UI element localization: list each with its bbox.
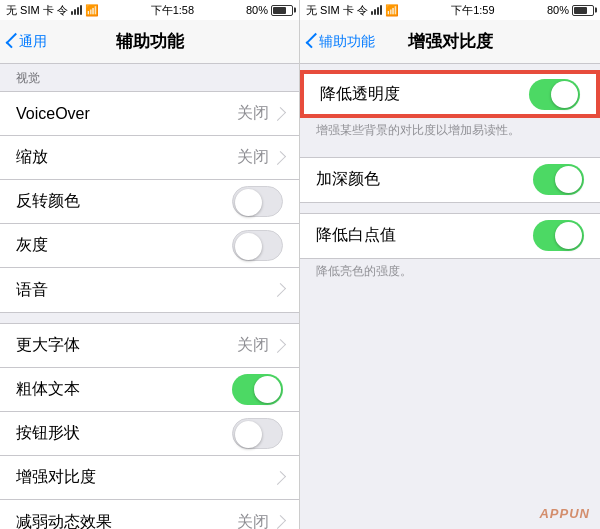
wifi-icon-right: 📶 [385, 4, 399, 17]
time-left: 下午1:58 [151, 3, 194, 18]
status-left-right: 无 SIM 卡 令 📶 [306, 3, 399, 18]
row-label-darken-colors: 加深颜色 [316, 169, 533, 190]
table-row-reduce-transparency[interactable]: 降低透明度 [302, 72, 598, 116]
row-label-button-shapes: 按钮形状 [16, 423, 232, 444]
toggle-bold-text[interactable] [232, 374, 283, 405]
status-right-left: 80% [246, 4, 293, 16]
back-button-right[interactable]: 辅助功能 [308, 33, 375, 51]
section-vision-header: 视觉 [0, 64, 299, 91]
chevron-icon-reduce-motion [272, 515, 286, 529]
row-label-voiceover: VoiceOver [16, 105, 237, 123]
back-button-left[interactable]: 通用 [8, 33, 47, 51]
status-right-right: 80% [547, 4, 594, 16]
status-left: 无 SIM 卡 令 📶 [6, 3, 99, 18]
table-row[interactable]: 粗体文本 [0, 368, 299, 412]
time-right: 下午1:59 [451, 3, 494, 18]
panels-wrapper: 无 SIM 卡 令 📶 下午1:58 80% 通用 [0, 0, 600, 529]
battery-pct-left: 80% [246, 4, 268, 16]
right-content: 降低透明度 增强某些背景的对比度以增加易读性。 加深颜色 降低白点值 [300, 64, 600, 529]
table-row[interactable]: 缩放 关闭 [0, 136, 299, 180]
reduce-white-point-group: 降低白点值 [300, 213, 600, 259]
toggle-button-shapes[interactable] [232, 418, 283, 449]
spacer1 [0, 313, 299, 323]
left-content: 视觉 VoiceOver 关闭 缩放 关闭 反转颜色 灰度 [0, 64, 299, 529]
carrier-right: 无 SIM 卡 令 [306, 3, 368, 18]
row-label-invert: 反转颜色 [16, 191, 232, 212]
nav-bar-right: 辅助功能 增强对比度 [300, 20, 600, 64]
row-value-reduce-motion: 关闭 [237, 512, 269, 530]
row-label-reduce-motion: 减弱动态效果 [16, 512, 237, 530]
toggle-grayscale[interactable] [232, 230, 283, 261]
nav-bar-left: 通用 辅助功能 [0, 20, 299, 64]
row-value-zoom: 关闭 [237, 147, 269, 168]
reduce-transparency-group: 降低透明度 [300, 70, 600, 118]
signal-bars-right [371, 5, 382, 15]
back-label-left: 通用 [19, 33, 47, 51]
battery-icon-right [572, 5, 594, 16]
table-row[interactable]: 按钮形状 [0, 412, 299, 456]
toggle-darken-colors[interactable] [533, 164, 584, 195]
row-label-speech: 语音 [16, 280, 275, 301]
darken-colors-group: 加深颜色 [300, 157, 600, 203]
chevron-icon-larger-text [272, 338, 286, 352]
status-bar-right: 无 SIM 卡 令 📶 下午1:59 80% [300, 0, 600, 20]
table-row[interactable]: 灰度 [0, 224, 299, 268]
vision-group: VoiceOver 关闭 缩放 关闭 反转颜色 灰度 [0, 91, 299, 313]
battery-pct-right: 80% [547, 4, 569, 16]
table-row[interactable]: 减弱动态效果 关闭 [0, 500, 299, 529]
nav-title-right: 增强对比度 [408, 30, 493, 53]
toggle-invert[interactable] [232, 186, 283, 217]
table-row[interactable]: 反转颜色 [0, 180, 299, 224]
status-bar-left: 无 SIM 卡 令 📶 下午1:58 80% [0, 0, 299, 20]
back-label-right: 辅助功能 [319, 33, 375, 51]
battery-icon-left [271, 5, 293, 16]
row-label-increase-contrast: 增强对比度 [16, 467, 275, 488]
table-row-reduce-white-point[interactable]: 降低白点值 [300, 214, 600, 258]
right-panel: 无 SIM 卡 令 📶 下午1:59 80% 辅助 [300, 0, 600, 529]
chevron-icon-zoom [272, 150, 286, 164]
spacer2 [300, 147, 600, 157]
toggle-reduce-transparency[interactable] [529, 79, 580, 110]
signal-bars-left [71, 5, 82, 15]
chevron-icon-voiceover [272, 106, 286, 120]
nav-title-left: 辅助功能 [116, 30, 184, 53]
left-panel: 无 SIM 卡 令 📶 下午1:58 80% 通用 [0, 0, 300, 529]
table-row-darken-colors[interactable]: 加深颜色 [300, 158, 600, 202]
toggle-reduce-white-point[interactable] [533, 220, 584, 251]
table-row[interactable]: 语音 [0, 268, 299, 312]
row-label-reduce-transparency: 降低透明度 [320, 84, 529, 105]
table-row[interactable]: 更大字体 关闭 [0, 324, 299, 368]
row-value-larger-text: 关闭 [237, 335, 269, 356]
row-value-voiceover: 关闭 [237, 103, 269, 124]
hint-reduce-white-point: 降低亮色的强度。 [300, 259, 600, 288]
row-label-bold-text: 粗体文本 [16, 379, 232, 400]
row-label-zoom: 缩放 [16, 147, 237, 168]
row-label-larger-text: 更大字体 [16, 335, 237, 356]
table-row[interactable]: 增强对比度 [0, 456, 299, 500]
row-label-grayscale: 灰度 [16, 235, 232, 256]
wifi-icon-left: 📶 [85, 4, 99, 17]
text-group: 更大字体 关闭 粗体文本 按钮形状 增强对比度 减弱动态效果 [0, 323, 299, 529]
table-row[interactable]: VoiceOver 关闭 [0, 92, 299, 136]
row-label-reduce-white-point: 降低白点值 [316, 225, 533, 246]
spacer3 [300, 203, 600, 213]
carrier-left: 无 SIM 卡 令 [6, 3, 68, 18]
hint-reduce-transparency: 增强某些背景的对比度以增加易读性。 [300, 118, 600, 147]
